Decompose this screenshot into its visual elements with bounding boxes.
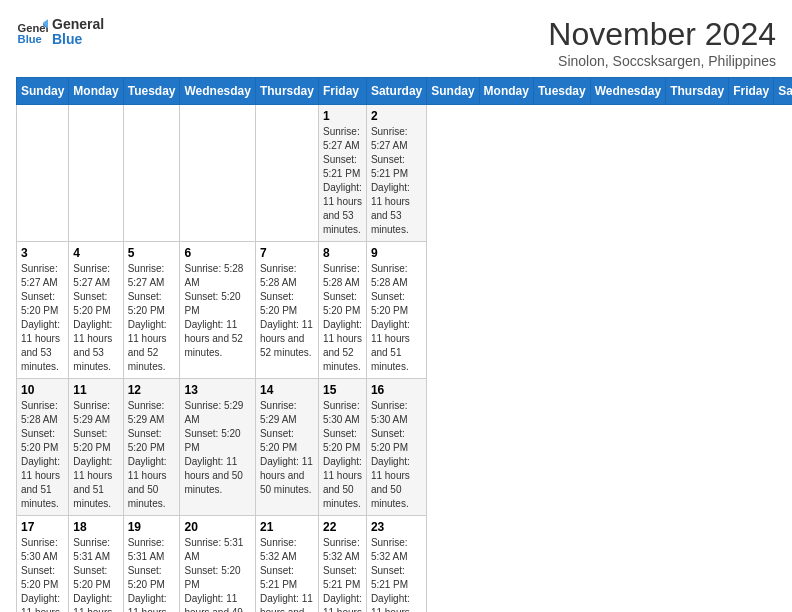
calendar-cell: 7 Sunrise: 5:28 AM Sunset: 5:20 PM Dayli…	[255, 242, 318, 379]
day-number: 22	[323, 520, 362, 534]
col-header-saturday: Saturday	[366, 78, 426, 105]
col-header-tuesday: Tuesday	[533, 78, 590, 105]
day-number: 2	[371, 109, 422, 123]
day-info: Sunrise: 5:29 AM Sunset: 5:20 PM Dayligh…	[128, 399, 176, 511]
col-header-friday: Friday	[729, 78, 774, 105]
col-header-wednesday: Wednesday	[180, 78, 255, 105]
calendar-cell: 11 Sunrise: 5:29 AM Sunset: 5:20 PM Dayl…	[69, 379, 123, 516]
calendar-cell: 3 Sunrise: 5:27 AM Sunset: 5:20 PM Dayli…	[17, 242, 69, 379]
col-header-thursday: Thursday	[666, 78, 729, 105]
logo-text-line2: Blue	[52, 32, 104, 47]
svg-text:Blue: Blue	[18, 33, 42, 45]
calendar-cell: 2 Sunrise: 5:27 AM Sunset: 5:21 PM Dayli…	[366, 105, 426, 242]
calendar-cell: 22 Sunrise: 5:32 AM Sunset: 5:21 PM Dayl…	[318, 516, 366, 613]
day-info: Sunrise: 5:31 AM Sunset: 5:20 PM Dayligh…	[73, 536, 118, 612]
calendar-cell: 4 Sunrise: 5:27 AM Sunset: 5:20 PM Dayli…	[69, 242, 123, 379]
day-info: Sunrise: 5:28 AM Sunset: 5:20 PM Dayligh…	[21, 399, 64, 511]
day-number: 8	[323, 246, 362, 260]
calendar-week-row: 10 Sunrise: 5:28 AM Sunset: 5:20 PM Dayl…	[17, 379, 793, 516]
calendar-cell	[17, 105, 69, 242]
day-info: Sunrise: 5:27 AM Sunset: 5:20 PM Dayligh…	[73, 262, 118, 374]
calendar-cell: 14 Sunrise: 5:29 AM Sunset: 5:20 PM Dayl…	[255, 379, 318, 516]
logo: General Blue General Blue	[16, 16, 104, 48]
day-number: 4	[73, 246, 118, 260]
day-info: Sunrise: 5:30 AM Sunset: 5:20 PM Dayligh…	[371, 399, 422, 511]
calendar-cell: 8 Sunrise: 5:28 AM Sunset: 5:20 PM Dayli…	[318, 242, 366, 379]
calendar-cell: 13 Sunrise: 5:29 AM Sunset: 5:20 PM Dayl…	[180, 379, 255, 516]
day-info: Sunrise: 5:29 AM Sunset: 5:20 PM Dayligh…	[73, 399, 118, 511]
day-number: 19	[128, 520, 176, 534]
page-header: General Blue General Blue November 2024 …	[16, 16, 776, 69]
calendar-cell: 20 Sunrise: 5:31 AM Sunset: 5:20 PM Dayl…	[180, 516, 255, 613]
day-number: 13	[184, 383, 250, 397]
day-info: Sunrise: 5:27 AM Sunset: 5:21 PM Dayligh…	[323, 125, 362, 237]
month-title: November 2024	[548, 16, 776, 53]
calendar-cell: 1 Sunrise: 5:27 AM Sunset: 5:21 PM Dayli…	[318, 105, 366, 242]
day-number: 3	[21, 246, 64, 260]
col-header-wednesday: Wednesday	[590, 78, 665, 105]
calendar-cell: 6 Sunrise: 5:28 AM Sunset: 5:20 PM Dayli…	[180, 242, 255, 379]
calendar-cell: 10 Sunrise: 5:28 AM Sunset: 5:20 PM Dayl…	[17, 379, 69, 516]
title-area: November 2024 Sinolon, Soccsksargen, Phi…	[548, 16, 776, 69]
day-info: Sunrise: 5:27 AM Sunset: 5:20 PM Dayligh…	[21, 262, 64, 374]
col-header-tuesday: Tuesday	[123, 78, 180, 105]
day-number: 1	[323, 109, 362, 123]
calendar-cell: 19 Sunrise: 5:31 AM Sunset: 5:20 PM Dayl…	[123, 516, 180, 613]
day-info: Sunrise: 5:27 AM Sunset: 5:20 PM Dayligh…	[128, 262, 176, 374]
day-number: 11	[73, 383, 118, 397]
calendar-week-row: 17 Sunrise: 5:30 AM Sunset: 5:20 PM Dayl…	[17, 516, 793, 613]
col-header-saturday: Saturday	[774, 78, 792, 105]
calendar-cell	[123, 105, 180, 242]
calendar-cell: 15 Sunrise: 5:30 AM Sunset: 5:20 PM Dayl…	[318, 379, 366, 516]
day-number: 18	[73, 520, 118, 534]
calendar-cell: 23 Sunrise: 5:32 AM Sunset: 5:21 PM Dayl…	[366, 516, 426, 613]
day-info: Sunrise: 5:28 AM Sunset: 5:20 PM Dayligh…	[323, 262, 362, 374]
col-header-thursday: Thursday	[255, 78, 318, 105]
calendar-cell: 18 Sunrise: 5:31 AM Sunset: 5:20 PM Dayl…	[69, 516, 123, 613]
day-info: Sunrise: 5:28 AM Sunset: 5:20 PM Dayligh…	[371, 262, 422, 374]
day-number: 10	[21, 383, 64, 397]
day-number: 16	[371, 383, 422, 397]
calendar-header-row: SundayMondayTuesdayWednesdayThursdayFrid…	[17, 78, 793, 105]
calendar-table: SundayMondayTuesdayWednesdayThursdayFrid…	[16, 77, 792, 612]
calendar-cell: 9 Sunrise: 5:28 AM Sunset: 5:20 PM Dayli…	[366, 242, 426, 379]
day-info: Sunrise: 5:29 AM Sunset: 5:20 PM Dayligh…	[260, 399, 314, 497]
day-info: Sunrise: 5:28 AM Sunset: 5:20 PM Dayligh…	[184, 262, 250, 360]
calendar-cell: 17 Sunrise: 5:30 AM Sunset: 5:20 PM Dayl…	[17, 516, 69, 613]
day-number: 14	[260, 383, 314, 397]
calendar-week-row: 1 Sunrise: 5:27 AM Sunset: 5:21 PM Dayli…	[17, 105, 793, 242]
logo-icon: General Blue	[16, 16, 48, 48]
day-number: 9	[371, 246, 422, 260]
day-info: Sunrise: 5:28 AM Sunset: 5:20 PM Dayligh…	[260, 262, 314, 360]
col-header-friday: Friday	[318, 78, 366, 105]
col-header-monday: Monday	[479, 78, 533, 105]
day-info: Sunrise: 5:30 AM Sunset: 5:20 PM Dayligh…	[323, 399, 362, 511]
day-number: 23	[371, 520, 422, 534]
day-info: Sunrise: 5:31 AM Sunset: 5:20 PM Dayligh…	[184, 536, 250, 612]
logo-text-line1: General	[52, 17, 104, 32]
calendar-cell: 12 Sunrise: 5:29 AM Sunset: 5:20 PM Dayl…	[123, 379, 180, 516]
day-number: 12	[128, 383, 176, 397]
calendar-cell: 16 Sunrise: 5:30 AM Sunset: 5:20 PM Dayl…	[366, 379, 426, 516]
day-info: Sunrise: 5:31 AM Sunset: 5:20 PM Dayligh…	[128, 536, 176, 612]
calendar-cell: 21 Sunrise: 5:32 AM Sunset: 5:21 PM Dayl…	[255, 516, 318, 613]
day-number: 15	[323, 383, 362, 397]
calendar-cell	[69, 105, 123, 242]
day-info: Sunrise: 5:27 AM Sunset: 5:21 PM Dayligh…	[371, 125, 422, 237]
day-info: Sunrise: 5:30 AM Sunset: 5:20 PM Dayligh…	[21, 536, 64, 612]
day-number: 6	[184, 246, 250, 260]
location: Sinolon, Soccsksargen, Philippines	[548, 53, 776, 69]
calendar-week-row: 3 Sunrise: 5:27 AM Sunset: 5:20 PM Dayli…	[17, 242, 793, 379]
day-number: 21	[260, 520, 314, 534]
day-number: 5	[128, 246, 176, 260]
calendar-cell	[255, 105, 318, 242]
day-info: Sunrise: 5:32 AM Sunset: 5:21 PM Dayligh…	[323, 536, 362, 612]
calendar-cell: 5 Sunrise: 5:27 AM Sunset: 5:20 PM Dayli…	[123, 242, 180, 379]
col-header-monday: Monday	[69, 78, 123, 105]
day-info: Sunrise: 5:29 AM Sunset: 5:20 PM Dayligh…	[184, 399, 250, 497]
day-number: 7	[260, 246, 314, 260]
day-info: Sunrise: 5:32 AM Sunset: 5:21 PM Dayligh…	[371, 536, 422, 612]
calendar-cell	[180, 105, 255, 242]
day-info: Sunrise: 5:32 AM Sunset: 5:21 PM Dayligh…	[260, 536, 314, 612]
col-header-sunday: Sunday	[427, 78, 479, 105]
